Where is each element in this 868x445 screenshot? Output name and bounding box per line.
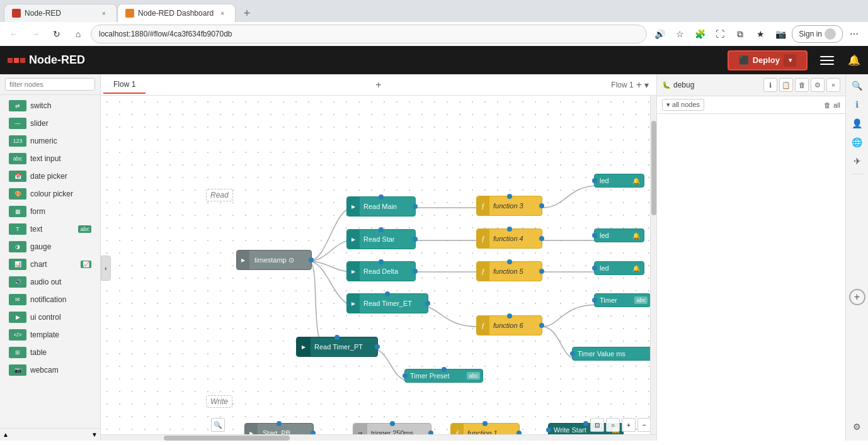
func5-input-port-area: ƒ bbox=[477, 262, 489, 281]
node-item-slider[interactable]: — slider bbox=[4, 115, 96, 132]
node-item-switch[interactable]: ⇌ switch bbox=[4, 98, 96, 114]
info-sidebar-button[interactable]: ℹ bbox=[848, 96, 866, 113]
textinput-node-label: text input bbox=[30, 154, 61, 163]
node-item-text[interactable]: T text abc bbox=[4, 221, 96, 237]
read-main-output-port bbox=[413, 204, 418, 209]
read-star-node[interactable]: ▶ Read Star bbox=[346, 229, 416, 249]
func4-top-port bbox=[507, 227, 512, 232]
led2-node[interactable]: led 🔔 bbox=[594, 228, 644, 242]
debug-info-button[interactable]: ℹ bbox=[763, 78, 777, 92]
node-item-audio[interactable]: 🔊 audio out bbox=[4, 274, 96, 290]
tab-close-1[interactable]: × bbox=[99, 8, 109, 18]
node-item-template[interactable]: </> template bbox=[4, 327, 96, 343]
node-item-gauge[interactable]: ◑ gauge bbox=[4, 239, 96, 255]
form-node-icon: ▦ bbox=[9, 206, 26, 217]
new-tab-button[interactable]: + bbox=[238, 4, 256, 22]
more-button[interactable]: ⋯ bbox=[845, 25, 863, 43]
translate-sidebar-button[interactable]: ✈ bbox=[848, 152, 866, 170]
node-sidebar: ⇌ switch — slider 123 numeric abc text i… bbox=[0, 74, 101, 441]
debug-panel-header: 🐛 debug ℹ 📋 🗑 ⚙ × bbox=[657, 74, 845, 96]
globe-sidebar-button[interactable]: 🌐 bbox=[848, 133, 866, 151]
zoom-fit-button[interactable]: ⊡ bbox=[590, 418, 604, 432]
flow-add-button[interactable]: + bbox=[636, 79, 642, 91]
function4-node[interactable]: ƒ function 4 bbox=[476, 228, 542, 249]
tab-node-red[interactable]: Node-RED × bbox=[4, 4, 117, 22]
tab-close-2[interactable]: × bbox=[217, 8, 227, 18]
zoom-in-button[interactable]: + bbox=[622, 418, 636, 432]
split-button[interactable]: ⧉ bbox=[731, 25, 749, 43]
form-node-label: form bbox=[30, 207, 45, 216]
trigger-top-port bbox=[390, 421, 395, 426]
read-timer-pt-node[interactable]: ▶ Read Timer_PT bbox=[296, 337, 378, 357]
flow-options-button[interactable]: ▾ bbox=[644, 80, 649, 90]
sidebar-up-btn[interactable]: ▲ bbox=[3, 431, 9, 438]
node-item-text-input[interactable]: abc text input bbox=[4, 150, 96, 167]
node-item-chart[interactable]: 📊 chart 📈 bbox=[4, 256, 96, 273]
forward-button[interactable]: → bbox=[26, 25, 44, 43]
node-item-date-picker[interactable]: 📅 date picker bbox=[4, 168, 96, 184]
sidebar-collapse-button[interactable]: ‹ bbox=[101, 256, 111, 281]
filter-all-nodes[interactable]: ▾ all nodes bbox=[662, 99, 704, 111]
search-sidebar-button[interactable]: 🔍 bbox=[848, 77, 866, 94]
debug-close-button[interactable]: × bbox=[826, 78, 840, 92]
sidebar-down-btn[interactable]: ▼ bbox=[91, 431, 98, 438]
deploy-button[interactable]: ⬛ Deploy ▾ bbox=[728, 50, 808, 70]
node-item-table[interactable]: ⊞ table bbox=[4, 344, 96, 361]
main-content: ⇌ switch — slider 123 numeric abc text i… bbox=[0, 74, 868, 441]
node-item-notification[interactable]: ✉ notification bbox=[4, 291, 96, 308]
tab-dashboard[interactable]: Node-RED Dashboard × bbox=[117, 4, 236, 22]
timestamp-node[interactable]: ▶ timestamp ⊙ bbox=[236, 250, 312, 270]
canvas-search-button[interactable]: 🔍 bbox=[211, 418, 225, 432]
read-delta-node[interactable]: ▶ Read Delta bbox=[346, 261, 416, 281]
zoom-reset-button[interactable]: ○ bbox=[606, 418, 620, 432]
add-flow-tab-button[interactable]: + bbox=[371, 77, 386, 93]
fav-button[interactable]: ★ bbox=[751, 25, 769, 43]
led3-node[interactable]: led 🔔 bbox=[594, 261, 644, 275]
node-item-webcam[interactable]: 📷 webcam bbox=[4, 362, 96, 378]
add-sidebar-button[interactable]: + bbox=[849, 289, 865, 305]
web-capture[interactable]: 📷 bbox=[772, 25, 789, 43]
node-item-ui-control[interactable]: ▶ ui control bbox=[4, 309, 96, 325]
led3-bell-icon: 🔔 bbox=[632, 265, 644, 272]
function3-node[interactable]: ƒ function 3 bbox=[476, 196, 542, 216]
read-star-input-arrow: ▶ bbox=[347, 230, 360, 249]
zoom-out-button[interactable]: − bbox=[637, 418, 651, 432]
tab-bar: Node-RED × Node-RED Dashboard × + bbox=[0, 0, 868, 22]
deploy-dropdown-arrow[interactable]: ▾ bbox=[784, 54, 796, 67]
function6-node[interactable]: ƒ function 6 bbox=[476, 315, 542, 335]
hamburger-menu-button[interactable] bbox=[818, 51, 837, 70]
debug-copy-button[interactable]: 📋 bbox=[779, 78, 793, 92]
canvas-vertical-scrollbar[interactable] bbox=[650, 96, 656, 434]
browser-ext-button[interactable]: ⛶ bbox=[711, 25, 729, 43]
node-item-numeric[interactable]: 123 numeric bbox=[4, 133, 96, 149]
read-timer-et-node[interactable]: ▶ Read Timer_ET bbox=[346, 293, 428, 313]
canvas-horizontal-scrollbar[interactable] bbox=[101, 434, 656, 441]
canvas[interactable]: ‹ bbox=[101, 96, 656, 441]
node-item-colour-picker[interactable]: 🎨 colour picker bbox=[4, 186, 96, 202]
led1-node[interactable]: led 🔔 bbox=[594, 174, 644, 188]
notification-bell[interactable]: 🔔 bbox=[848, 54, 860, 66]
tab-favicon-1 bbox=[12, 9, 21, 18]
filter-nodes-input[interactable] bbox=[5, 78, 95, 91]
read-main-node[interactable]: ▶ Read Main bbox=[346, 196, 416, 217]
node-item-form[interactable]: ▦ form bbox=[4, 203, 96, 220]
back-button[interactable]: ← bbox=[5, 25, 23, 43]
function5-node[interactable]: ƒ function 5 bbox=[476, 261, 542, 281]
flow-tab-1[interactable]: Flow 1 bbox=[103, 76, 146, 94]
timer-value-ms-node[interactable]: Timer Value ms 📈 bbox=[572, 347, 656, 361]
user-sidebar-button[interactable]: 👤 bbox=[848, 115, 866, 132]
star-button[interactable]: ☆ bbox=[671, 25, 688, 43]
debug-settings-button[interactable]: ⚙ bbox=[811, 78, 825, 92]
reload-button[interactable]: ↻ bbox=[48, 25, 66, 43]
clear-debug-icon[interactable]: 🗑 bbox=[824, 101, 831, 109]
extensions-button[interactable]: 🧩 bbox=[691, 25, 709, 43]
timer-label-node[interactable]: Timer abc bbox=[594, 293, 651, 307]
read-aloud-button[interactable]: 🔊 bbox=[651, 25, 668, 43]
address-bar[interactable]: localhost:1880/#flow/4ca3f634fb9070db bbox=[91, 25, 647, 43]
timer-preset-node[interactable]: Timer Preset abc bbox=[404, 369, 483, 383]
debug-delete-button[interactable]: 🗑 bbox=[795, 78, 809, 92]
right-sidebar: 🔍 ℹ 👤 🌐 ✈ + ⚙ bbox=[845, 74, 868, 441]
sign-in-button[interactable]: Sign in bbox=[792, 25, 843, 43]
home-button[interactable]: ⌂ bbox=[69, 25, 87, 43]
settings-sidebar-button[interactable]: ⚙ bbox=[848, 418, 866, 436]
